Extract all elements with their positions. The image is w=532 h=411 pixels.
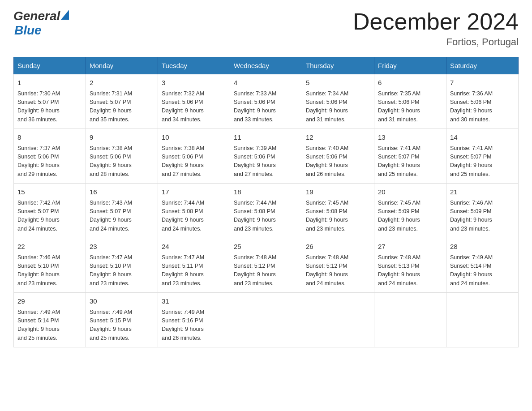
calendar-cell: 30Sunrise: 7:49 AMSunset: 5:15 PMDayligh… [86, 293, 158, 347]
day-number: 24 [162, 242, 226, 252]
calendar-cell: 16Sunrise: 7:43 AMSunset: 5:07 PMDayligh… [86, 184, 158, 238]
day-number: 18 [234, 187, 298, 197]
day-info: Sunrise: 7:35 AMSunset: 5:06 PMDaylight:… [378, 90, 442, 124]
location-text: Fortios, Portugal [353, 36, 519, 48]
weekday-header-tuesday: Tuesday [158, 57, 230, 74]
day-number: 17 [162, 187, 226, 197]
calendar-cell: 8Sunrise: 7:37 AMSunset: 5:06 PMDaylight… [14, 129, 86, 184]
weekday-header-friday: Friday [374, 57, 446, 74]
day-info: Sunrise: 7:39 AMSunset: 5:06 PMDaylight:… [234, 144, 298, 179]
calendar-cell: 17Sunrise: 7:44 AMSunset: 5:08 PMDayligh… [158, 184, 230, 238]
day-number: 21 [450, 187, 515, 197]
day-number: 31 [162, 296, 226, 307]
day-info: Sunrise: 7:33 AMSunset: 5:06 PMDaylight:… [234, 90, 298, 124]
calendar-cell: 7Sunrise: 7:36 AMSunset: 5:06 PMDaylight… [446, 74, 519, 129]
calendar-cell: 2Sunrise: 7:31 AMSunset: 5:07 PMDaylight… [86, 74, 158, 129]
day-info: Sunrise: 7:38 AMSunset: 5:06 PMDaylight:… [90, 144, 154, 179]
calendar-cell: 1Sunrise: 7:30 AMSunset: 5:07 PMDaylight… [14, 74, 86, 129]
day-number: 12 [306, 133, 370, 143]
svg-marker-0 [61, 10, 69, 20]
calendar-cell: 12Sunrise: 7:40 AMSunset: 5:06 PMDayligh… [302, 129, 374, 184]
weekday-header-sunday: Sunday [14, 57, 86, 74]
day-info: Sunrise: 7:45 AMSunset: 5:08 PMDaylight:… [306, 199, 370, 234]
calendar-cell: 15Sunrise: 7:42 AMSunset: 5:07 PMDayligh… [14, 184, 86, 238]
day-number: 15 [17, 187, 82, 197]
calendar-cell: 9Sunrise: 7:38 AMSunset: 5:06 PMDaylight… [86, 129, 158, 184]
day-number: 29 [17, 296, 82, 307]
calendar-cell [374, 293, 446, 347]
calendar-cell: 3Sunrise: 7:32 AMSunset: 5:06 PMDaylight… [158, 74, 230, 129]
day-number: 7 [450, 78, 515, 88]
calendar-week-row: 8Sunrise: 7:37 AMSunset: 5:06 PMDaylight… [14, 129, 519, 184]
day-number: 9 [90, 133, 154, 143]
calendar-cell: 23Sunrise: 7:47 AMSunset: 5:10 PMDayligh… [86, 238, 158, 293]
calendar-cell: 11Sunrise: 7:39 AMSunset: 5:06 PMDayligh… [230, 129, 302, 184]
calendar-cell: 22Sunrise: 7:46 AMSunset: 5:10 PMDayligh… [14, 238, 86, 293]
day-info: Sunrise: 7:41 AMSunset: 5:07 PMDaylight:… [378, 144, 442, 179]
day-info: Sunrise: 7:49 AMSunset: 5:15 PMDaylight:… [90, 308, 154, 343]
day-info: Sunrise: 7:41 AMSunset: 5:07 PMDaylight:… [450, 144, 515, 179]
calendar-cell: 25Sunrise: 7:48 AMSunset: 5:12 PMDayligh… [230, 238, 302, 293]
calendar-week-row: 15Sunrise: 7:42 AMSunset: 5:07 PMDayligh… [14, 184, 519, 238]
calendar-cell: 27Sunrise: 7:48 AMSunset: 5:13 PMDayligh… [374, 238, 446, 293]
weekday-header-saturday: Saturday [446, 57, 519, 74]
day-info: Sunrise: 7:44 AMSunset: 5:08 PMDaylight:… [162, 199, 226, 234]
calendar-cell: 31Sunrise: 7:49 AMSunset: 5:16 PMDayligh… [158, 293, 230, 347]
day-number: 10 [162, 133, 226, 143]
day-info: Sunrise: 7:42 AMSunset: 5:07 PMDaylight:… [17, 199, 82, 234]
day-info: Sunrise: 7:49 AMSunset: 5:16 PMDaylight:… [162, 308, 226, 343]
calendar-header: SundayMondayTuesdayWednesdayThursdayFrid… [14, 57, 519, 74]
day-info: Sunrise: 7:45 AMSunset: 5:09 PMDaylight:… [378, 199, 442, 234]
month-title: December 2024 [353, 9, 519, 34]
calendar-cell: 18Sunrise: 7:44 AMSunset: 5:08 PMDayligh… [230, 184, 302, 238]
day-info: Sunrise: 7:49 AMSunset: 5:14 PMDaylight:… [450, 253, 515, 288]
calendar-body: 1Sunrise: 7:30 AMSunset: 5:07 PMDaylight… [14, 74, 519, 347]
calendar-cell: 20Sunrise: 7:45 AMSunset: 5:09 PMDayligh… [374, 184, 446, 238]
calendar-cell: 6Sunrise: 7:35 AMSunset: 5:06 PMDaylight… [374, 74, 446, 129]
calendar-cell: 5Sunrise: 7:34 AMSunset: 5:06 PMDaylight… [302, 74, 374, 129]
day-info: Sunrise: 7:32 AMSunset: 5:06 PMDaylight:… [162, 90, 226, 124]
calendar-cell [446, 293, 519, 347]
day-number: 4 [234, 78, 298, 88]
calendar-cell: 26Sunrise: 7:48 AMSunset: 5:12 PMDayligh… [302, 238, 374, 293]
weekday-header-wednesday: Wednesday [230, 57, 302, 74]
calendar-cell: 24Sunrise: 7:47 AMSunset: 5:11 PMDayligh… [158, 238, 230, 293]
day-info: Sunrise: 7:49 AMSunset: 5:14 PMDaylight:… [17, 308, 82, 343]
weekday-header-monday: Monday [86, 57, 158, 74]
day-number: 16 [90, 187, 154, 197]
day-number: 3 [162, 78, 226, 88]
calendar-week-row: 22Sunrise: 7:46 AMSunset: 5:10 PMDayligh… [14, 238, 519, 293]
day-number: 19 [306, 187, 370, 197]
calendar-cell [230, 293, 302, 347]
day-number: 22 [17, 242, 82, 252]
day-number: 8 [17, 133, 82, 143]
calendar-cell: 21Sunrise: 7:46 AMSunset: 5:09 PMDayligh… [446, 184, 519, 238]
calendar-week-row: 29Sunrise: 7:49 AMSunset: 5:14 PMDayligh… [14, 293, 519, 347]
day-number: 26 [306, 242, 370, 252]
calendar-cell: 19Sunrise: 7:45 AMSunset: 5:08 PMDayligh… [302, 184, 374, 238]
day-info: Sunrise: 7:30 AMSunset: 5:07 PMDaylight:… [17, 90, 82, 124]
calendar-cell: 4Sunrise: 7:33 AMSunset: 5:06 PMDaylight… [230, 74, 302, 129]
calendar-cell [302, 293, 374, 347]
day-info: Sunrise: 7:47 AMSunset: 5:11 PMDaylight:… [162, 253, 226, 288]
day-info: Sunrise: 7:48 AMSunset: 5:12 PMDaylight:… [234, 253, 298, 288]
day-number: 27 [378, 242, 442, 252]
calendar-cell: 10Sunrise: 7:38 AMSunset: 5:06 PMDayligh… [158, 129, 230, 184]
day-info: Sunrise: 7:48 AMSunset: 5:13 PMDaylight:… [378, 253, 442, 288]
weekday-header-thursday: Thursday [302, 57, 374, 74]
day-info: Sunrise: 7:36 AMSunset: 5:06 PMDaylight:… [450, 90, 515, 124]
day-info: Sunrise: 7:44 AMSunset: 5:08 PMDaylight:… [234, 199, 298, 234]
logo-blue-text: Blue [14, 23, 42, 37]
day-info: Sunrise: 7:48 AMSunset: 5:12 PMDaylight:… [306, 253, 370, 288]
calendar-cell: 28Sunrise: 7:49 AMSunset: 5:14 PMDayligh… [446, 238, 519, 293]
day-number: 25 [234, 242, 298, 252]
day-info: Sunrise: 7:37 AMSunset: 5:06 PMDaylight:… [17, 144, 82, 179]
title-area: December 2024 Fortios, Portugal [353, 9, 519, 48]
day-number: 1 [17, 78, 82, 88]
logo-triangle-icon [61, 10, 69, 20]
calendar-cell: 13Sunrise: 7:41 AMSunset: 5:07 PMDayligh… [374, 129, 446, 184]
day-number: 11 [234, 133, 298, 143]
day-number: 28 [450, 242, 515, 252]
day-number: 20 [378, 187, 442, 197]
day-number: 2 [90, 78, 154, 88]
